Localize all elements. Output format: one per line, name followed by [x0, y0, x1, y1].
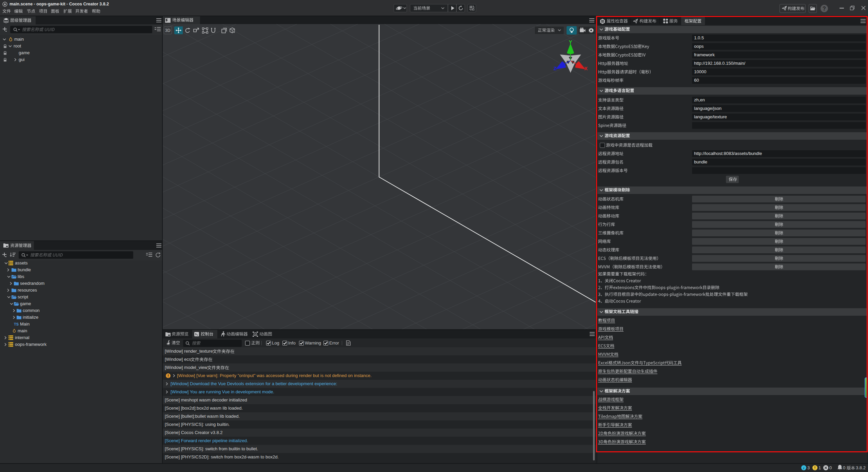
svg-text:Y: Y — [569, 39, 572, 45]
svg-text:Z: Z — [553, 65, 556, 71]
svg-text:?: ? — [823, 6, 826, 12]
svg-text:X: X — [584, 65, 588, 71]
